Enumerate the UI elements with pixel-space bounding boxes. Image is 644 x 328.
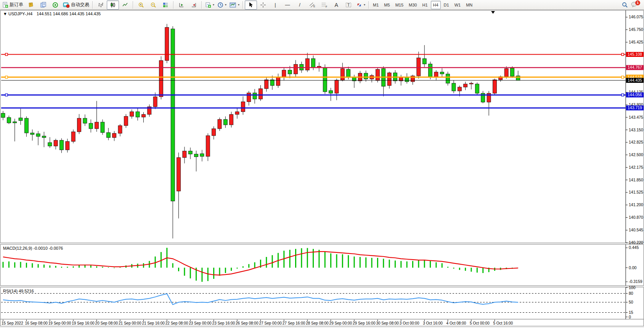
candle-up[interactable]	[241, 102, 245, 111]
periods-button[interactable]: ▾	[216, 0, 228, 10]
candle-up[interactable]	[282, 70, 286, 77]
candle-up[interactable]	[153, 97, 157, 107]
channel-tool-button[interactable]: E	[306, 0, 318, 10]
vertical-line-tool-button[interactable]: |	[269, 0, 281, 10]
candle-down[interactable]	[510, 68, 514, 76]
crosshair-tool-button[interactable]	[257, 0, 269, 10]
line-handle[interactable]	[622, 76, 624, 78]
chart-area[interactable]: 146.075145.750145.425144.125143.800143.4…	[0, 10, 644, 328]
candle-up[interactable]	[71, 132, 75, 141]
candle-up[interactable]	[265, 80, 268, 89]
candle-down[interactable]	[516, 76, 520, 81]
bar-chart-mode-button[interactable]	[95, 0, 107, 10]
candle-up[interactable]	[259, 89, 262, 99]
candle-down[interactable]	[31, 133, 34, 134]
candle-up[interactable]	[294, 65, 298, 74]
candle-up[interactable]	[159, 60, 163, 97]
candle-down[interactable]	[89, 123, 93, 129]
arrows-tool-button[interactable]: ▾	[355, 0, 367, 10]
candle-down[interactable]	[440, 72, 444, 74]
candle-up[interactable]	[387, 73, 391, 86]
candle-up[interactable]	[464, 84, 467, 87]
autotrading-button[interactable]: 自动交易	[61, 0, 91, 10]
candle-down[interactable]	[323, 68, 327, 92]
dropdown-caret-icon[interactable]: ▾	[225, 3, 226, 6]
candle-up[interactable]	[434, 72, 438, 77]
fibonacci-tool-button[interactable]: F	[318, 0, 330, 10]
candle-up[interactable]	[235, 112, 239, 115]
navigator-button[interactable]	[49, 0, 61, 10]
candle-down[interactable]	[1, 113, 5, 118]
text-label-tool-button[interactable]: T	[342, 0, 355, 10]
chart-shift-button[interactable]	[188, 0, 200, 10]
candle-up[interactable]	[112, 133, 116, 137]
candle-up[interactable]	[335, 80, 339, 93]
dropdown-caret-icon[interactable]: ▾	[238, 3, 239, 6]
candle-down[interactable]	[288, 70, 292, 74]
new-chart-button[interactable]: ▾	[204, 0, 216, 10]
market-watch-button[interactable]	[25, 0, 37, 10]
timeframe-button-h4[interactable]: H4	[431, 1, 441, 9]
candle-down[interactable]	[188, 151, 192, 154]
timeframe-button-m30[interactable]: M30	[406, 1, 419, 9]
horizontal-line-tool-button[interactable]: —	[281, 0, 294, 10]
candle-up[interactable]	[206, 136, 210, 156]
candle-up[interactable]	[130, 112, 134, 116]
candle-up[interactable]	[458, 87, 461, 91]
text-tool-button[interactable]: A	[330, 0, 342, 10]
candle-up[interactable]	[165, 27, 169, 61]
timeframe-button-mn[interactable]: MN	[464, 1, 475, 9]
line-handle[interactable]	[622, 53, 624, 56]
candle-up[interactable]	[276, 77, 280, 86]
candle-up[interactable]	[54, 140, 58, 146]
candle-up[interactable]	[247, 93, 251, 102]
line-handle[interactable]	[622, 94, 624, 96]
cursor-tool-button[interactable]	[245, 0, 257, 10]
candle-up[interactable]	[66, 141, 69, 150]
candle-down[interactable]	[452, 83, 456, 91]
candle-up[interactable]	[183, 151, 186, 158]
timeframe-button-d1[interactable]: D1	[442, 1, 451, 9]
candle-down[interactable]	[136, 112, 140, 117]
timeframe-button-h1[interactable]: H1	[420, 1, 430, 9]
zoom-out-button[interactable]	[147, 0, 159, 10]
data-window-button[interactable]	[37, 0, 49, 10]
candle-down[interactable]	[83, 118, 87, 123]
candle-down[interactable]	[422, 58, 426, 64]
candle-down[interactable]	[405, 77, 409, 82]
candle-up[interactable]	[493, 80, 496, 93]
candle-up[interactable]	[212, 129, 216, 136]
candle-down[interactable]	[13, 122, 17, 123]
candle-up[interactable]	[305, 58, 309, 70]
line-chart-mode-button[interactable]	[119, 0, 131, 10]
timeframe-button-m1[interactable]: M1	[371, 1, 381, 9]
candle-down[interactable]	[42, 136, 46, 137]
symbol-dropdown-caret[interactable]: ▼	[3, 11, 7, 16]
candle-down[interactable]	[36, 134, 40, 136]
candle-up[interactable]	[141, 115, 145, 117]
candle-down[interactable]	[7, 118, 11, 123]
candle-up[interactable]	[376, 69, 379, 81]
candle-down[interactable]	[270, 80, 274, 86]
candle-up[interactable]	[177, 158, 181, 191]
timeframe-button-m15[interactable]: M15	[393, 1, 406, 9]
candle-up[interactable]	[340, 69, 344, 80]
search-icon[interactable]	[622, 2, 628, 8]
dropdown-caret-icon[interactable]: ▾	[364, 3, 365, 6]
candle-up[interactable]	[504, 69, 508, 77]
trendline-tool-button[interactable]: /	[294, 0, 306, 10]
candle-down[interactable]	[60, 140, 64, 150]
line-handle[interactable]	[5, 94, 8, 96]
candle-down[interactable]	[312, 58, 315, 68]
candle-down[interactable]	[48, 142, 52, 146]
candle-down[interactable]	[329, 90, 333, 93]
candle-up[interactable]	[77, 118, 81, 132]
candle-down[interactable]	[24, 118, 28, 133]
notifications-button[interactable]: 1	[631, 1, 639, 9]
candle-up[interactable]	[118, 126, 122, 133]
candle-down[interactable]	[223, 120, 227, 125]
auto-scroll-button[interactable]	[175, 0, 188, 10]
candle-down[interactable]	[429, 64, 432, 77]
candle-down[interactable]	[101, 122, 104, 132]
line-handle[interactable]	[5, 53, 8, 56]
